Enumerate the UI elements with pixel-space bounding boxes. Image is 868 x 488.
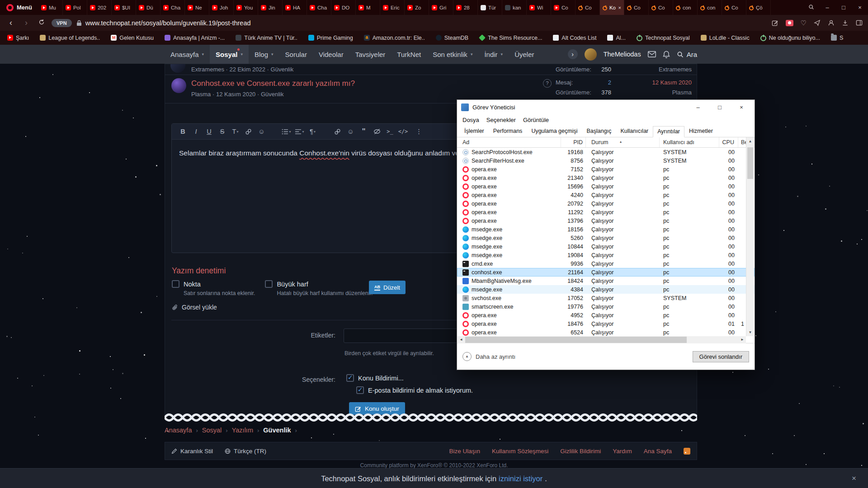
breadcrumb-link[interactable]: Yazılım — [232, 427, 253, 434]
bookmark-item[interactable]: Technopat Sosyal — [637, 34, 690, 41]
checkbox[interactable] — [265, 280, 273, 288]
tm-minimize-icon[interactable]: – — [689, 104, 707, 111]
site-nav-item[interactable]: Sosyal — [210, 45, 249, 64]
vpn-badge[interactable]: VPN — [52, 19, 72, 27]
reload-icon[interactable] — [36, 18, 47, 28]
task-manager-tab[interactable]: Ayrıntılar — [653, 126, 684, 137]
process-row[interactable]: opera.exe 20792 Çalışıyor pc 00 — [457, 199, 755, 208]
back-icon[interactable]: ‹ — [5, 18, 16, 28]
edit-icon[interactable] — [772, 19, 778, 26]
bookmark-item[interactable]: SteamDB — [436, 35, 469, 41]
bookmark-item[interactable]: Amazon.com.tr: Ele.. — [364, 35, 425, 41]
task-manager-window[interactable]: Görev Yöneticisi – □ × DosyaSeçeneklerGö… — [457, 99, 755, 370]
smiley-icon[interactable]: ☺ — [255, 124, 268, 139]
process-row[interactable]: opera.exe 7152 Çalışıyor pc 00 — [457, 165, 755, 174]
terminal-icon[interactable]: >_ — [383, 124, 396, 139]
site-nav-item[interactable]: Son etkinlik — [427, 45, 478, 64]
language-chooser[interactable]: Türkçe (TR) — [225, 448, 266, 455]
bookmark-item[interactable]: Al... — [607, 35, 626, 41]
breadcrumb-link[interactable]: Anasayfa — [165, 427, 192, 434]
underline-icon[interactable]: U — [203, 124, 216, 139]
checkbox[interactable] — [346, 374, 354, 382]
browser-tab[interactable]: Ne × — [185, 0, 209, 15]
footer-link[interactable]: Ana Sayfa — [644, 448, 672, 455]
maximize-icon[interactable]: □ — [835, 4, 852, 11]
task-manager-tab[interactable]: Performans — [489, 126, 527, 137]
site-nav-item[interactable]: Tavsiyeler — [349, 45, 392, 64]
browser-tab[interactable]: Joh × — [209, 0, 234, 15]
close-icon[interactable]: × — [852, 4, 868, 11]
site-search-button[interactable]: Ara — [677, 51, 697, 58]
spellcheck-fix-button[interactable]: AB Düzelt — [369, 281, 406, 294]
strikethrough-icon[interactable]: S — [216, 124, 229, 139]
breadcrumb-link[interactable]: Güvenlik — [263, 427, 291, 434]
italic-icon[interactable]: I — [189, 124, 203, 139]
notification-link[interactable]: izninizi istiyor — [499, 474, 542, 483]
browser-tab[interactable]: Ko × — [600, 0, 624, 15]
user-name[interactable]: TheMeliodas — [604, 51, 641, 58]
column-header-cpu[interactable]: CPU — [719, 137, 738, 147]
process-row[interactable]: svchost.exe 17052 Çalışıyor SYSTEM 00 — [457, 294, 755, 302]
browser-tab[interactable]: 28 × — [453, 0, 478, 15]
footer-link[interactable]: Gizlilik Bildirimi — [560, 448, 601, 455]
more-options-icon[interactable]: ⋮ — [412, 124, 425, 139]
checkbox[interactable] — [172, 280, 179, 288]
process-row[interactable]: conhost.exe 21164 Çalışıyor pc 00 — [457, 268, 755, 277]
process-row[interactable]: msedge.exe 10844 Çalışıyor pc 00 — [457, 242, 755, 251]
bookmark-item[interactable]: The Sims Resource... — [479, 35, 542, 41]
download-icon[interactable] — [842, 19, 849, 26]
browser-tab[interactable]: Co × — [624, 0, 649, 15]
nav-overflow-icon[interactable]: › — [568, 49, 578, 59]
tm-maximize-icon[interactable]: □ — [711, 104, 729, 111]
browser-tab[interactable]: Cha × — [307, 0, 331, 15]
notification-close-icon[interactable]: × — [852, 474, 856, 483]
last-post-date[interactable]: 12 Kasım 2020 — [652, 79, 692, 86]
scroll-right-icon[interactable]: ► — [739, 336, 746, 343]
snapshot-camera-icon[interactable] — [786, 20, 793, 26]
bookmark-item[interactable]: Türk Anime TV | Tür.. — [236, 35, 297, 41]
column-header-status[interactable]: Durum — [586, 137, 660, 147]
align-icon[interactable]: ▾ — [293, 124, 306, 139]
browser-tab[interactable]: kan × — [502, 0, 527, 15]
thread-avatar[interactable] — [170, 64, 185, 73]
process-row[interactable]: opera.exe 21340 Çalışıyor pc 00 — [457, 174, 755, 182]
bookmark-item[interactable]: S — [831, 35, 843, 41]
browser-tab[interactable]: Zo × — [405, 0, 429, 15]
scroll-up-icon[interactable]: ▲ — [746, 137, 754, 145]
bookmark-item[interactable]: Gelen Kutusu — [111, 35, 154, 41]
tab-close-icon[interactable]: × — [618, 5, 621, 10]
process-row[interactable]: opera.exe 18476 Çalışıyor pc 01 1 — [457, 319, 755, 328]
browser-tab[interactable]: Jin × — [258, 0, 283, 15]
bookmark-item[interactable]: LoLdle - Classic — [701, 35, 750, 41]
process-row[interactable]: msedge.exe 4384 Çalışıyor pc 00 — [457, 285, 755, 294]
task-manager-tab[interactable]: Başlangıç — [582, 126, 616, 137]
site-nav-item[interactable]: İndir — [478, 45, 509, 64]
vertical-scrollbar[interactable]: ▲ ▼ — [746, 137, 754, 336]
horizontal-scroll-thumb[interactable] — [465, 337, 687, 343]
browser-tab[interactable]: You × — [234, 0, 258, 15]
bookmark-item[interactable]: Alt Codes List — [553, 35, 596, 41]
forward-icon[interactable]: › — [21, 18, 32, 28]
browser-tab[interactable]: 202 × — [87, 0, 112, 15]
menu-item[interactable]: Görüntüle — [519, 116, 552, 124]
text-size-icon[interactable]: T▾ — [229, 124, 242, 139]
less-details-button[interactable]: ▲ Daha az ayrıntı — [462, 352, 515, 361]
browser-tab[interactable]: Tür × — [478, 0, 502, 15]
process-row[interactable]: opera.exe 4952 Çalışıyor pc 00 — [457, 311, 755, 319]
process-row[interactable]: SearchFilterHost.exe 8756 Çalışıyor SYST… — [457, 156, 755, 165]
process-row[interactable]: opera.exe 11292 Çalışıyor pc 00 — [457, 208, 755, 216]
browser-tab[interactable]: HA × — [283, 0, 307, 15]
user-avatar[interactable] — [585, 48, 597, 61]
process-row[interactable]: msedge.exe 19084 Çalışıyor pc 00 — [457, 251, 755, 259]
column-header-pid[interactable]: PID — [561, 137, 586, 147]
site-nav-item[interactable]: Sorular — [279, 45, 313, 64]
browser-tab[interactable]: Pol × — [63, 0, 87, 15]
browser-tab[interactable]: $UI × — [112, 0, 136, 15]
profile-icon[interactable] — [828, 19, 835, 26]
browser-tab[interactable]: Co × — [649, 0, 673, 15]
browser-tab[interactable]: con × — [673, 0, 698, 15]
column-header-user[interactable]: Kullanıcı adı — [660, 137, 719, 147]
rss-icon[interactable] — [684, 448, 690, 455]
process-row[interactable]: msedge.exe 5260 Çalışıyor pc 00 — [457, 234, 755, 242]
scroll-down-icon[interactable]: ▼ — [746, 328, 754, 336]
